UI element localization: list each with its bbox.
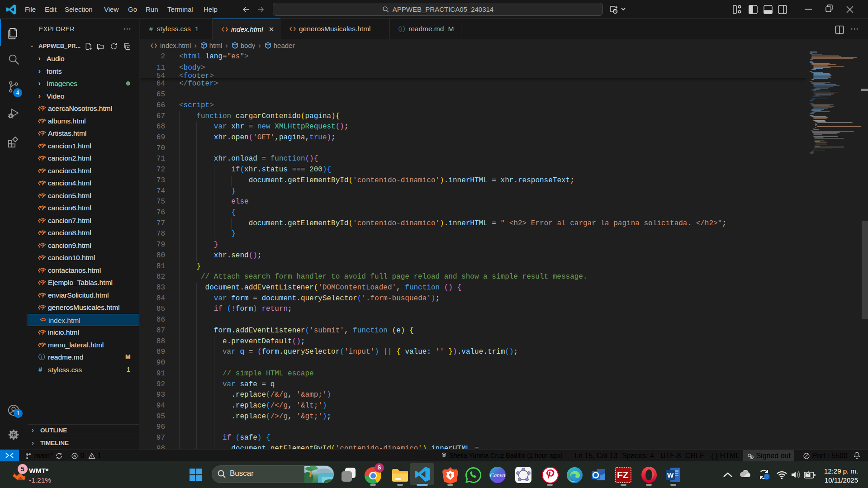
svg-text:W: W	[667, 471, 674, 479]
svg-text:Canva: Canva	[490, 472, 505, 479]
